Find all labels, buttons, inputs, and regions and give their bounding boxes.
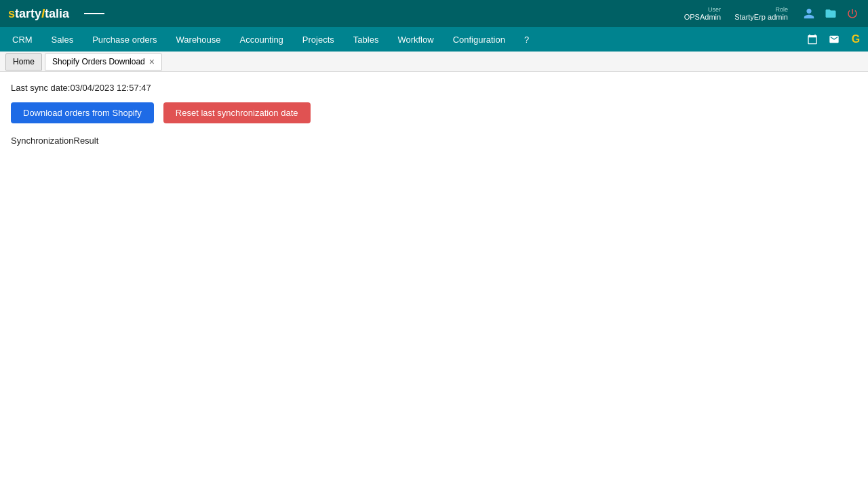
logo-divider (84, 13, 104, 14)
user-value: OPSAdmin (684, 13, 721, 21)
mail-icon[interactable] (825, 30, 844, 49)
tab-shopify-orders-download[interactable]: Shopify Orders Download × (45, 53, 162, 70)
main-content: Last sync date:03/04/2023 12:57:47 Downl… (0, 72, 868, 157)
nav-item-help[interactable]: ? (515, 27, 538, 52)
user-icon[interactable] (802, 6, 816, 21)
power-icon[interactable] (845, 6, 860, 21)
tab-home[interactable]: Home (5, 53, 42, 70)
google-icon[interactable]: G (846, 30, 865, 49)
nav-item-accounting[interactable]: Accounting (231, 27, 293, 52)
nav-right-icons: G (803, 30, 865, 49)
role-label: Role (775, 6, 788, 13)
download-orders-button[interactable]: Download orders from Shopify (11, 102, 154, 123)
top-bar-right: User OPSAdmin Role StartyErp admin (684, 6, 860, 21)
btn-row: Download orders from Shopify Reset last … (11, 102, 857, 123)
sync-result-label: SynchronizationResult (11, 136, 857, 146)
nav-bar: CRM Sales Purchase orders Warehouse Acco… (0, 27, 868, 52)
reset-sync-button[interactable]: Reset last synchronization date (163, 102, 311, 123)
tab-home-label: Home (13, 57, 35, 66)
role-value: StartyErp admin (734, 13, 788, 21)
nav-item-purchase-orders[interactable]: Purchase orders (83, 27, 166, 52)
top-bar: startyItalia User OPSAdmin Role StartyEr… (0, 0, 868, 27)
tab-bar: Home Shopify Orders Download × (0, 52, 868, 72)
logo-talia: talia (45, 7, 69, 21)
logo-text: tarty (15, 7, 41, 21)
sync-info: Last sync date:03/04/2023 12:57:47 (11, 83, 857, 93)
tab-shopify-label: Shopify Orders Download (52, 57, 145, 66)
logo-star: s (8, 7, 15, 21)
top-bar-left: startyItalia (8, 7, 104, 21)
nav-item-workflow[interactable]: Workflow (388, 27, 443, 52)
user-label: User (708, 6, 721, 13)
calendar-icon[interactable] (803, 30, 822, 49)
nav-item-sales[interactable]: Sales (42, 27, 83, 52)
role-block: Role StartyErp admin (734, 6, 788, 21)
user-block: User OPSAdmin (684, 6, 721, 21)
nav-item-tables[interactable]: Tables (344, 27, 389, 52)
top-bar-icons (802, 6, 860, 21)
folder-icon[interactable] (823, 6, 838, 21)
logo: startyItalia (8, 7, 69, 21)
nav-item-crm[interactable]: CRM (3, 27, 42, 52)
tab-close-icon[interactable]: × (149, 57, 155, 66)
nav-item-configuration[interactable]: Configuration (443, 27, 515, 52)
nav-item-projects[interactable]: Projects (293, 27, 344, 52)
nav-item-warehouse[interactable]: Warehouse (167, 27, 231, 52)
